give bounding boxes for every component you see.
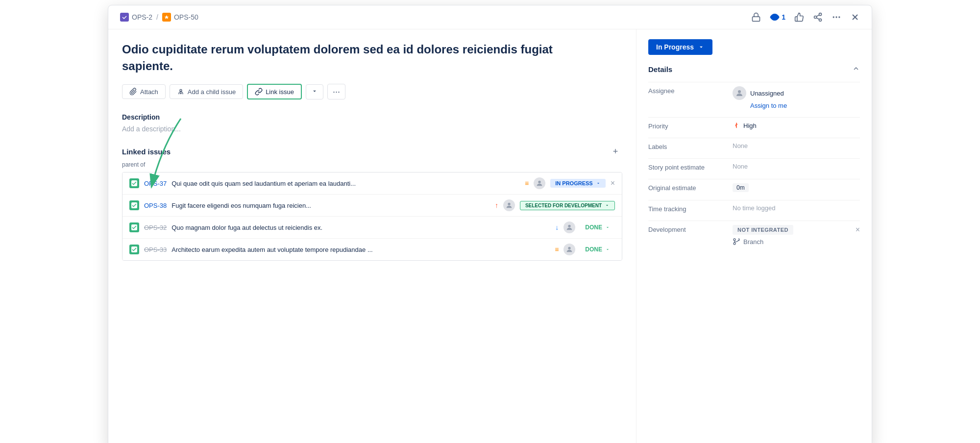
breadcrumb-ops2[interactable]: OPS-2 bbox=[120, 13, 152, 22]
status-badge[interactable]: SELECTED FOR DEVELOPMENT bbox=[520, 201, 615, 210]
more-options-button[interactable] bbox=[832, 12, 841, 22]
development-row: Development NOT INTEGRATED × Branch bbox=[648, 225, 860, 246]
issue-type-icon bbox=[129, 200, 139, 210]
svg-point-19 bbox=[568, 225, 571, 227]
priority-label: Priority bbox=[648, 122, 727, 130]
svg-point-9 bbox=[835, 16, 837, 18]
more-button[interactable]: ··· bbox=[327, 84, 345, 99]
svg-line-7 bbox=[816, 15, 819, 16]
watch-button[interactable]: 1 bbox=[770, 12, 785, 22]
issue-key[interactable]: OPS-37 bbox=[144, 180, 167, 187]
divider bbox=[648, 82, 860, 82]
story-points-value: None bbox=[733, 163, 860, 170]
priority-value-text: High bbox=[743, 122, 757, 129]
svg-point-17 bbox=[508, 203, 510, 205]
add-child-button[interactable]: Add a child issue bbox=[170, 84, 243, 99]
status-badge[interactable]: IN PROGRESS bbox=[550, 179, 605, 188]
svg-point-23 bbox=[738, 90, 741, 93]
svg-point-4 bbox=[814, 16, 817, 19]
divider bbox=[648, 117, 860, 118]
status-badge[interactable]: DONE bbox=[580, 222, 615, 232]
issue-summary: Architecto earum expedita autem aut volu… bbox=[172, 246, 550, 253]
header-actions: 1 bbox=[751, 12, 860, 22]
avatar bbox=[564, 244, 575, 255]
status-badge[interactable]: DONE bbox=[580, 245, 615, 254]
divider bbox=[648, 138, 860, 138]
svg-rect-0 bbox=[122, 14, 127, 20]
table-row: OPS-33 Architecto earum expedita autem a… bbox=[122, 239, 622, 260]
svg-point-8 bbox=[833, 16, 834, 18]
table-row: OPS-32 Quo magnam dolor fuga aut delectu… bbox=[122, 217, 622, 239]
svg-rect-1 bbox=[753, 17, 760, 21]
branch-row[interactable]: Branch bbox=[733, 238, 860, 246]
divider bbox=[648, 221, 860, 221]
add-linked-issue-button[interactable]: + bbox=[609, 145, 622, 158]
lock-button[interactable] bbox=[751, 12, 761, 22]
assignee-label: Assignee bbox=[648, 86, 727, 95]
svg-point-21 bbox=[568, 247, 571, 249]
issue-key[interactable]: OPS-38 bbox=[144, 202, 167, 209]
original-estimate-value: 0m bbox=[733, 183, 749, 192]
time-tracking-row: Time tracking No time logged bbox=[648, 204, 860, 213]
avatar bbox=[503, 199, 515, 211]
time-tracking-label: Time tracking bbox=[648, 204, 727, 213]
assignee-name: Unassigned bbox=[750, 90, 784, 97]
issue-key[interactable]: OPS-32 bbox=[144, 224, 167, 231]
dismiss-development-button[interactable]: × bbox=[856, 225, 860, 234]
linked-issues-title: Linked issues bbox=[122, 148, 171, 156]
close-button[interactable] bbox=[850, 12, 860, 22]
status-label: In Progress bbox=[656, 43, 694, 51]
dropdown-button[interactable] bbox=[306, 84, 323, 99]
development-label: Development bbox=[648, 225, 727, 233]
status-button[interactable]: In Progress bbox=[648, 39, 712, 55]
branch-label: Branch bbox=[743, 238, 763, 246]
assignee-row: Assignee Unassigned Assign to me bbox=[648, 86, 860, 109]
svg-line-6 bbox=[816, 18, 819, 19]
svg-point-25 bbox=[734, 239, 735, 241]
issue-summary: Quo magnam dolor fuga aut delectus ut re… bbox=[172, 224, 550, 231]
modal-body: Odio cupiditate rerum voluptatem dolorem… bbox=[108, 29, 872, 443]
link-issue-button[interactable]: Link issue bbox=[247, 84, 302, 99]
assign-to-me-link[interactable]: Assign to me bbox=[750, 102, 860, 109]
collapse-button[interactable] bbox=[852, 65, 860, 74]
divider bbox=[648, 179, 860, 179]
link-issue-label: Link issue bbox=[266, 88, 294, 96]
priority-icon: ≡ bbox=[525, 179, 529, 187]
issue-key[interactable]: OPS-33 bbox=[144, 246, 167, 253]
remove-button[interactable]: × bbox=[611, 179, 615, 188]
table-row: OPS-37 Qui quae odit quis quam sed lauda… bbox=[122, 172, 622, 195]
assignee-avatar bbox=[733, 86, 746, 100]
breadcrumb-ops50[interactable]: OPS-50 bbox=[162, 13, 198, 22]
table-row: OPS-38 Fugit facere eligendi eos numquam… bbox=[122, 195, 622, 217]
development-value: NOT INTEGRATED × Branch bbox=[733, 225, 860, 246]
divider bbox=[648, 158, 860, 159]
share-button[interactable] bbox=[813, 12, 823, 22]
linked-issues-header: Linked issues + bbox=[122, 145, 622, 158]
linked-issues-list: OPS-37 Qui quae odit quis quam sed lauda… bbox=[122, 172, 622, 261]
watch-count: 1 bbox=[782, 13, 785, 21]
sidebar: In Progress Details Assignee bbox=[637, 29, 872, 443]
priority-icon: ↓ bbox=[555, 223, 559, 231]
priority-value: High bbox=[733, 122, 860, 129]
issue-type-icon bbox=[129, 245, 139, 254]
divider bbox=[648, 200, 860, 200]
description-label: Description bbox=[122, 113, 622, 121]
issue-summary: Qui quae odit quis quam sed laudantium e… bbox=[172, 180, 520, 187]
labels-label: Labels bbox=[648, 142, 727, 150]
story-points-label: Story point estimate bbox=[648, 163, 727, 171]
issue-title: Odio cupiditate rerum voluptatem dolorem… bbox=[122, 41, 592, 74]
action-buttons: Attach Add a child issue Link issue ··· bbox=[122, 84, 622, 99]
parent-of-label: parent of bbox=[122, 161, 622, 168]
description-placeholder[interactable]: Add a description... bbox=[122, 125, 622, 133]
attach-button[interactable]: Attach bbox=[122, 84, 166, 99]
assignee-value: Unassigned Assign to me bbox=[733, 86, 860, 109]
like-button[interactable] bbox=[794, 12, 804, 22]
issue-summary: Fugit facere eligendi eos numquam fuga r… bbox=[172, 202, 490, 209]
labels-row: Labels None bbox=[648, 142, 860, 150]
details-header: Details bbox=[648, 65, 860, 74]
time-tracking-value: No time logged bbox=[733, 204, 860, 212]
attach-label: Attach bbox=[140, 88, 158, 96]
ops2-label: OPS-2 bbox=[132, 13, 152, 21]
svg-point-13 bbox=[180, 90, 182, 92]
issue-modal: OPS-2 / OPS-50 1 bbox=[108, 5, 872, 443]
